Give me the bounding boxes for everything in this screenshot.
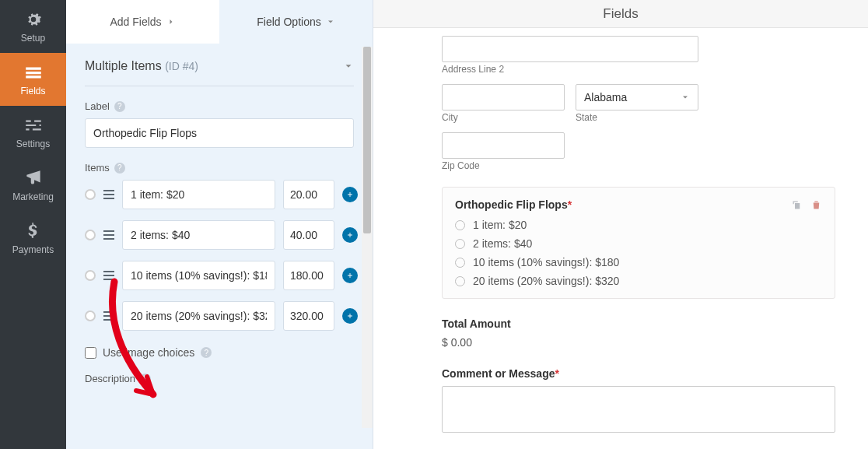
preview-pane: Fields Address Line 2 Alabama City State… — [373, 0, 868, 449]
item-label-input[interactable] — [122, 180, 275, 209]
description-section-header: Description ? — [85, 373, 354, 384]
default-radio[interactable] — [85, 310, 96, 321]
nav-payments[interactable]: Payments — [0, 212, 66, 265]
item-price-input[interactable] — [283, 180, 334, 209]
add-item-button[interactable] — [342, 268, 358, 283]
state-label: State — [576, 112, 698, 123]
option-label: 1 item: $20 — [473, 219, 527, 231]
help-icon[interactable]: ? — [201, 347, 212, 358]
card-title: Orthopedic Flip Flops* — [455, 198, 572, 211]
preview-header: Fields — [373, 0, 868, 28]
help-icon[interactable]: ? — [114, 163, 125, 174]
default-radio[interactable] — [85, 189, 96, 200]
required-indicator: * — [568, 198, 572, 211]
tab-add-fields-label: Add Fields — [110, 16, 161, 28]
items-section-header: Items ? — [85, 162, 354, 174]
item-row — [85, 180, 354, 209]
nav-fields[interactable]: Fields — [0, 53, 66, 106]
scrollbar[interactable] — [362, 47, 373, 428]
comment-label: Comment or Message* — [442, 367, 835, 380]
help-icon[interactable]: ? — [114, 101, 125, 112]
item-label-input[interactable] — [122, 301, 275, 331]
nav-payments-label: Payments — [12, 244, 54, 255]
dollar-icon — [23, 221, 44, 241]
radio-icon — [455, 258, 465, 268]
option-label: 2 items: $40 — [473, 237, 532, 250]
nav-settings[interactable]: Settings — [0, 106, 66, 159]
chevron-down-icon — [681, 93, 690, 102]
add-item-button[interactable] — [342, 308, 358, 324]
total-value: $ 0.00 — [442, 336, 835, 349]
nav-setup-label: Setup — [21, 33, 45, 44]
tab-field-options-label: Field Options — [257, 16, 320, 28]
item-row — [85, 261, 354, 290]
collapse-icon[interactable] — [343, 61, 354, 72]
field-preview-card[interactable]: Orthopedic Flip Flops* 1 item: $202 item… — [442, 187, 835, 299]
drag-handle-icon[interactable] — [103, 190, 114, 199]
tab-field-options[interactable]: Field Options — [219, 0, 373, 44]
default-radio[interactable] — [85, 230, 96, 240]
option-label: 20 items (20% savings!): $320 — [473, 275, 619, 287]
nav-marketing[interactable]: Marketing — [0, 159, 66, 212]
duplicate-icon[interactable] — [791, 199, 803, 211]
label-input[interactable] — [85, 118, 354, 148]
default-radio[interactable] — [85, 270, 96, 281]
drag-handle-icon[interactable] — [103, 230, 114, 240]
tab-add-fields[interactable]: Add Fields — [66, 0, 219, 44]
nav-setup[interactable]: Setup — [0, 0, 66, 53]
item-row — [85, 301, 354, 331]
chevron-right-icon — [166, 17, 176, 26]
bullhorn-icon — [23, 168, 44, 188]
radio-icon — [455, 239, 465, 249]
option-row[interactable]: 20 items (20% savings!): $320 — [455, 275, 822, 287]
item-price-input[interactable] — [283, 261, 334, 290]
label-section-header: Label ? — [85, 100, 354, 112]
comment-textarea[interactable] — [442, 386, 835, 433]
radio-icon — [455, 276, 465, 286]
side-panel: Add Fields Field Options Multiple Items … — [66, 0, 373, 449]
item-price-input[interactable] — [283, 301, 334, 331]
field-title: Multiple Items (ID #4) — [85, 59, 198, 73]
address2-label: Address Line 2 — [442, 64, 835, 75]
add-item-button[interactable] — [342, 227, 358, 243]
item-price-input[interactable] — [283, 220, 334, 250]
item-label-input[interactable] — [122, 220, 275, 250]
nav-settings-label: Settings — [16, 139, 50, 149]
add-item-button[interactable] — [342, 187, 358, 202]
state-select[interactable]: Alabama — [576, 84, 698, 110]
image-choices-label: Use image choices — [103, 346, 194, 359]
radio-icon — [455, 220, 465, 230]
sliders-icon — [23, 115, 44, 135]
field-header[interactable]: Multiple Items (ID #4) — [85, 44, 354, 86]
option-row[interactable]: 2 items: $40 — [455, 237, 822, 250]
trash-icon[interactable] — [810, 199, 822, 211]
drag-handle-icon[interactable] — [103, 271, 114, 280]
total-label: Total Amount — [442, 317, 835, 330]
main-nav: Setup Fields Settings Marketing Payments — [0, 0, 66, 449]
option-row[interactable]: 1 item: $20 — [455, 219, 822, 231]
option-row[interactable]: 10 items (10% savings!): $180 — [455, 256, 822, 268]
option-label: 10 items (10% savings!): $180 — [473, 256, 619, 268]
nav-fields-label: Fields — [20, 86, 45, 96]
chevron-down-icon — [326, 17, 335, 26]
city-input[interactable] — [442, 84, 565, 110]
zip-label: Zip Code — [442, 160, 835, 171]
address2-input[interactable] — [442, 36, 698, 62]
help-icon[interactable]: ? — [140, 374, 151, 384]
gear-icon — [23, 9, 44, 30]
required-indicator: * — [555, 367, 558, 380]
fields-icon — [23, 62, 44, 82]
drag-handle-icon[interactable] — [103, 311, 114, 321]
nav-marketing-label: Marketing — [12, 191, 54, 202]
item-row — [85, 220, 354, 250]
city-label: City — [442, 112, 565, 123]
zip-input[interactable] — [442, 132, 565, 159]
item-label-input[interactable] — [122, 261, 275, 290]
image-choices-checkbox[interactable] — [85, 347, 96, 359]
